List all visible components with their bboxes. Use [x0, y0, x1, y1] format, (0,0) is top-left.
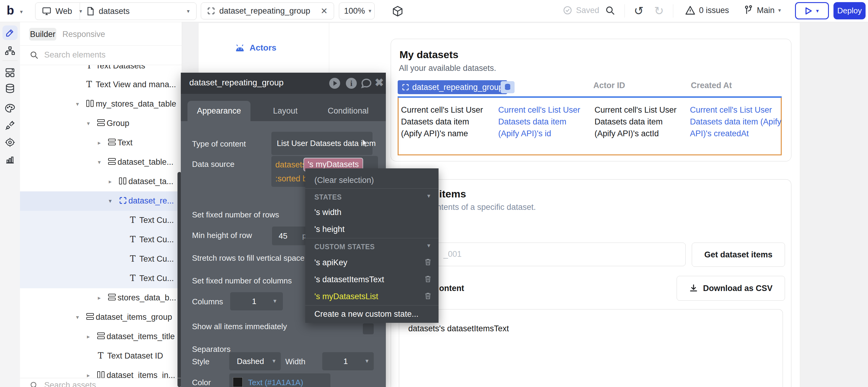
trash-icon[interactable]: [424, 258, 432, 266]
selected-element-chip[interactable]: dataset_repeating_group: [398, 80, 507, 94]
group-element-icon: [108, 139, 117, 147]
tree-item[interactable]: T Text Dataset ID: [20, 347, 182, 366]
expand-arrow-icon[interactable]: ▸: [87, 334, 90, 340]
dropdown-item-mydatasetslist-highlighted[interactable]: 's myDatasetsList: [314, 292, 378, 301]
dataset-content-text: datasets's datasetItemsText: [408, 324, 509, 333]
tree-item[interactable]: ▾ my_stores_data_table: [20, 95, 182, 114]
components-icon[interactable]: [4, 67, 16, 79]
workflow-icon[interactable]: [4, 45, 16, 57]
dropdown-states-header[interactable]: STATES: [314, 193, 342, 201]
undo-icon[interactable]: ↺: [634, 4, 644, 18]
table-cell-actid: Current cell's List User Datasets data i…: [594, 104, 678, 139]
search-assets-bar[interactable]: Search assets: [20, 378, 182, 387]
platform-selector[interactable]: Web ▾: [35, 3, 80, 20]
tab-conditional[interactable]: Conditional: [326, 101, 370, 121]
expand-arrow-icon[interactable]: ▸: [98, 295, 101, 301]
dataset-id-input[interactable]: _001: [435, 243, 686, 266]
columns-select[interactable]: 1 ▼: [230, 292, 283, 311]
expand-arrow-icon[interactable]: ▸: [87, 373, 90, 378]
tab-appearance-selected[interactable]: Appearance: [187, 101, 250, 121]
styles-palette-icon[interactable]: [4, 102, 16, 115]
tree-item-selected[interactable]: ▾ dataset_re...: [20, 191, 182, 211]
database-icon[interactable]: [4, 83, 16, 95]
search-elements-input[interactable]: Search elements: [20, 46, 182, 65]
plugins-plug-icon[interactable]: [4, 119, 16, 131]
separator-width-select[interactable]: 1 ▼: [322, 352, 374, 370]
tree-item[interactable]: ▸ Text: [20, 133, 182, 153]
tree-item[interactable]: T Text Cu...: [20, 230, 182, 250]
dropdown-item-datasetitemstext[interactable]: 's datasetItemsText: [314, 275, 384, 284]
close-tab-icon[interactable]: ✕: [321, 6, 328, 16]
table-cell-createdat[interactable]: Current cell's List User Datasets data i…: [690, 104, 784, 139]
zoom-control[interactable]: 100% ▾: [339, 2, 375, 20]
dropdown-custom-states-header[interactable]: CUSTOM STATES: [314, 243, 375, 251]
collapse-arrow-icon[interactable]: ▾: [109, 198, 112, 204]
comment-icon[interactable]: [360, 77, 372, 89]
dropdown-item-height[interactable]: 's height: [314, 225, 345, 234]
tree-item[interactable]: T Text Cu...: [20, 250, 182, 269]
tree-item[interactable]: T Text Cu...: [20, 269, 182, 288]
download-csv-button[interactable]: Download as CSV: [677, 276, 785, 301]
dropdown-create-custom-state[interactable]: Create a new custom state...: [314, 310, 418, 319]
logs-chart-icon[interactable]: [4, 153, 16, 165]
get-dataset-items-button[interactable]: Get dataset items: [692, 243, 785, 267]
collapse-arrow-icon[interactable]: ▾: [87, 121, 90, 126]
open-element-tab[interactable]: dataset_repeating_group ✕: [201, 2, 334, 20]
show-all-items-checkbox[interactable]: [363, 323, 374, 334]
chevron-down-icon: ▼: [426, 193, 431, 199]
expand-arrow-icon[interactable]: ▸: [109, 179, 112, 185]
preview-button[interactable]: ▾: [795, 2, 829, 20]
tree-item[interactable]: ▸ dataset_items_title: [20, 327, 182, 347]
package-cube-icon[interactable]: [392, 5, 403, 17]
tree-item[interactable]: ▾ dataset_items_group: [20, 308, 182, 327]
nav-item-actors[interactable]: Actors: [235, 43, 277, 53]
issues-indicator[interactable]: 0 issues: [685, 5, 729, 15]
tree-item[interactable]: ▸ stores_data_b...: [20, 288, 182, 308]
tree-item[interactable]: ▾ Group: [20, 114, 182, 133]
separator-style-select[interactable]: Dashed ▼: [229, 352, 281, 370]
type-of-content-select[interactable]: List User Datasets data item ▼: [271, 132, 373, 155]
deploy-button[interactable]: Deploy: [834, 2, 866, 20]
collapse-arrow-icon[interactable]: ▾: [98, 159, 101, 165]
repeating-group-selection[interactable]: Current cell's List User Datasets data i…: [398, 97, 782, 155]
chevron-down-icon[interactable]: ▾: [20, 8, 23, 15]
tab-design-selected[interactable]: [2, 26, 18, 40]
branch-label: Main: [757, 6, 775, 15]
expression-suffix[interactable]: :sorted b: [275, 174, 307, 184]
collapse-arrow-icon[interactable]: ▾: [76, 314, 79, 320]
dropdown-clear-selection[interactable]: (Clear selection): [314, 175, 374, 185]
tab-responsive[interactable]: Responsive: [62, 28, 105, 40]
tree-item[interactable]: T Text Cu...: [20, 211, 182, 230]
property-editor-header[interactable]: dataset_repeating_group i ✖: [181, 73, 386, 94]
dropdown-item-apikey[interactable]: 's apiKey: [314, 258, 347, 267]
tree-item[interactable]: ▾ dataset_table...: [20, 153, 182, 172]
info-icon[interactable]: i: [345, 77, 358, 89]
tree-item[interactable]: ▸ dataset_ta...: [20, 172, 182, 191]
tree-item[interactable]: ▸ dataset_items_in...: [20, 366, 182, 378]
play-icon: [805, 7, 812, 15]
expand-arrow-icon[interactable]: ▸: [98, 140, 101, 146]
redo-icon[interactable]: ↻: [654, 4, 664, 18]
tree-item[interactable]: T Text Datasets: [20, 65, 182, 76]
trash-icon[interactable]: [424, 275, 432, 283]
table-cell-id[interactable]: Current cell's List User Datasets data i…: [498, 104, 582, 139]
tab-builder[interactable]: Builder: [29, 28, 56, 40]
expression-prefix[interactable]: datasets: [275, 160, 306, 169]
page-selector[interactable]: datasets ▾: [80, 3, 196, 20]
separator-color-field[interactable]: Text (#1A1A1A): [229, 374, 331, 387]
trash-icon[interactable]: [424, 292, 432, 300]
tab-layout[interactable]: Layout: [266, 101, 305, 121]
close-icon[interactable]: ✖: [375, 76, 387, 89]
collapse-arrow-icon[interactable]: ▾: [76, 101, 79, 107]
bubble-logo[interactable]: b: [7, 4, 14, 17]
color-value-link[interactable]: Text (#1A1A1A): [248, 378, 303, 387]
tree-item[interactable]: T Text View and mana...: [20, 75, 182, 95]
chevron-down-icon: ▾: [187, 8, 190, 14]
data-source-mini-chip[interactable]: [501, 81, 515, 93]
preview-play-icon[interactable]: [329, 77, 341, 89]
branch-selector[interactable]: Main ▾: [744, 5, 781, 16]
settings-gear-icon[interactable]: [4, 136, 16, 149]
dropdown-item-width[interactable]: 's width: [314, 208, 341, 217]
color-swatch[interactable]: [233, 377, 243, 387]
search-icon[interactable]: [605, 5, 615, 16]
